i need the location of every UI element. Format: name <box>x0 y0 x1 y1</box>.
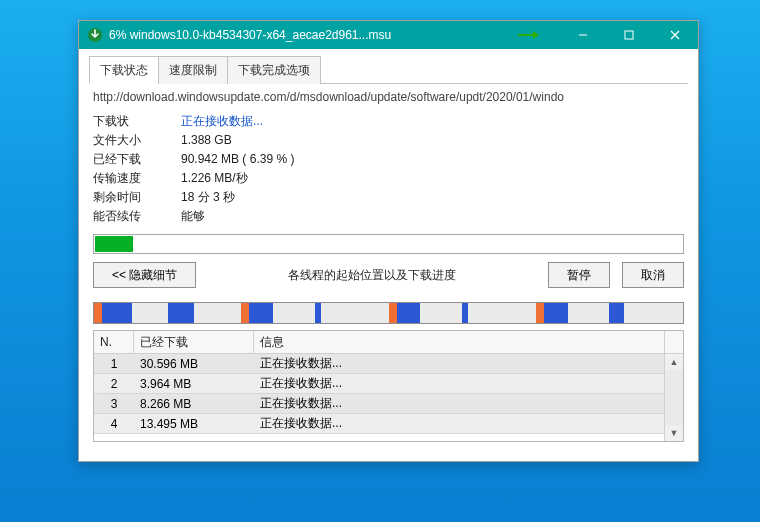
cell-n: 1 <box>94 357 134 371</box>
cell-info: 正在接收数据... <box>254 375 664 392</box>
col-downloaded[interactable]: 已经下载 <box>134 331 254 353</box>
hide-details-button[interactable]: << 隐藏细节 <box>93 262 196 288</box>
scroll-down-icon[interactable]: ▼ <box>670 425 679 441</box>
download-url: http://download.windowsupdate.com/d/msdo… <box>93 90 684 104</box>
chunk-downloaded <box>102 303 131 323</box>
value-status: 正在接收数据... <box>181 112 684 131</box>
tab-status[interactable]: 下载状态 <box>89 56 159 84</box>
table-row[interactable]: 130.596 MB正在接收数据... <box>94 354 664 374</box>
label-eta: 剩余时间 <box>93 188 181 207</box>
table-row[interactable]: 23.964 MB正在接收数据... <box>94 374 664 394</box>
chunk-downloaded <box>544 303 568 323</box>
titlebar[interactable]: 6% windows10.0-kb4534307-x64_aecae2d961.… <box>79 21 698 49</box>
progressbar <box>93 234 684 254</box>
label-speed: 传输速度 <box>93 169 181 188</box>
scroll-track[interactable] <box>665 370 683 425</box>
value-size: 1.388 GB <box>181 131 684 150</box>
window-title: 6% windows10.0-kb4534307-x64_aecae2d961.… <box>109 28 391 42</box>
table-row[interactable]: 413.495 MB正在接收数据... <box>94 414 664 434</box>
chunk-start-marker <box>536 303 544 323</box>
maximize-button[interactable] <box>606 21 652 49</box>
table-header: N. 已经下载 信息 <box>94 331 683 354</box>
cell-downloaded: 13.495 MB <box>134 417 254 431</box>
chunk-downloaded <box>249 303 273 323</box>
chunk-downloaded <box>609 303 624 323</box>
label-size: 文件大小 <box>93 131 181 150</box>
progress-fill <box>95 236 133 252</box>
chunk-start-marker <box>94 303 102 323</box>
chunk-downloaded <box>397 303 421 323</box>
tab-speed-limit[interactable]: 速度限制 <box>158 56 228 84</box>
value-downloaded: 90.942 MB ( 6.39 % ) <box>181 150 684 169</box>
value-speed: 1.226 MB/秒 <box>181 169 684 188</box>
cell-n: 2 <box>94 377 134 391</box>
speed-arrow-icon <box>518 30 540 40</box>
scroll-up-icon[interactable]: ▲ <box>670 354 679 370</box>
chunk-downloaded <box>315 303 321 323</box>
col-info[interactable]: 信息 <box>254 331 665 353</box>
download-window: 6% windows10.0-kb4534307-x64_aecae2d961.… <box>78 20 699 462</box>
cell-info: 正在接收数据... <box>254 415 664 432</box>
cell-info: 正在接收数据... <box>254 395 664 412</box>
app-icon <box>87 27 103 43</box>
chunk-downloaded <box>168 303 195 323</box>
cancel-button[interactable]: 取消 <box>622 262 684 288</box>
tabs: 下载状态 速度限制 下载完成选项 <box>89 55 688 84</box>
chunk-bar <box>93 302 684 324</box>
cell-downloaded: 3.964 MB <box>134 377 254 391</box>
value-eta: 18 分 3 秒 <box>181 188 684 207</box>
cell-downloaded: 8.266 MB <box>134 397 254 411</box>
label-resume: 能否续传 <box>93 207 181 226</box>
col-n[interactable]: N. <box>94 331 134 353</box>
button-row: << 隐藏细节 各线程的起始位置以及下载进度 暂停 取消 <box>93 262 684 288</box>
info-rows: 下载状正在接收数据... 文件大小1.388 GB 已经下载90.942 MB … <box>93 112 684 226</box>
threads-label: 各线程的起始位置以及下载进度 <box>196 267 548 284</box>
desktop: 6% windows10.0-kb4534307-x64_aecae2d961.… <box>0 0 760 522</box>
table-rows: 130.596 MB正在接收数据...23.964 MB正在接收数据...38.… <box>94 354 664 441</box>
threads-table: N. 已经下载 信息 130.596 MB正在接收数据...23.964 MB正… <box>93 330 684 442</box>
cell-downloaded: 30.596 MB <box>134 357 254 371</box>
table-row[interactable]: 38.266 MB正在接收数据... <box>94 394 664 414</box>
cell-info: 正在接收数据... <box>254 355 664 372</box>
minimize-button[interactable] <box>560 21 606 49</box>
svg-rect-3 <box>625 31 633 39</box>
value-resume: 能够 <box>181 207 684 226</box>
chunk-downloaded <box>462 303 468 323</box>
tab-complete-options[interactable]: 下载完成选项 <box>227 56 321 84</box>
chunk-start-marker <box>389 303 397 323</box>
label-downloaded: 已经下载 <box>93 150 181 169</box>
chunk-start-marker <box>241 303 249 323</box>
table-scrollbar[interactable]: ▲ ▼ <box>664 354 683 441</box>
label-status: 下载状 <box>93 112 181 131</box>
close-button[interactable] <box>652 21 698 49</box>
cell-n: 3 <box>94 397 134 411</box>
pause-button[interactable]: 暂停 <box>548 262 610 288</box>
cell-n: 4 <box>94 417 134 431</box>
content-panel: http://download.windowsupdate.com/d/msdo… <box>93 90 684 226</box>
